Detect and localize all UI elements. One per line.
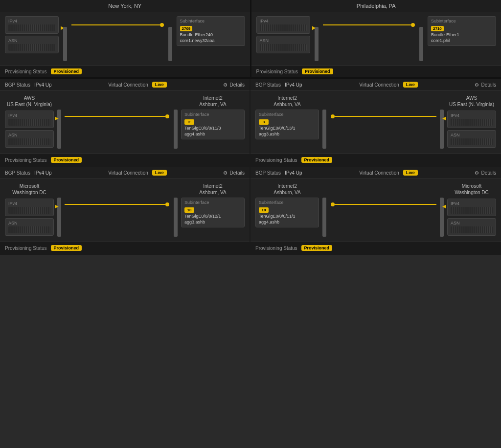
sub-box: Subinterface 2709 Bundle-Ether240 core1.… xyxy=(177,16,245,46)
location-label-right: Philadelphia, PA xyxy=(357,3,396,9)
ipv4-box-tr: IPv4 xyxy=(256,16,310,34)
panel-top-right: Philadelphia, PA IPv4 ASN ▶ xyxy=(251,0,501,77)
left-ep-top-right: IPv4 ASN ▶ xyxy=(256,16,310,55)
bgp-bar-ml: BGP Status IPv4 Up Virtual Connection Li… xyxy=(0,79,250,91)
panel-bot-left: BGP Status IPv4 Up Virtual Connection Li… xyxy=(0,167,250,254)
main-grid: New York, NY IPv4 ASN xyxy=(0,0,501,255)
pipe-left xyxy=(62,27,68,61)
bgp-bar-br: BGP Status IPv4 Up Virtual Connection Li… xyxy=(250,167,501,179)
details-btn-mr[interactable]: ⚙ Details xyxy=(475,82,496,88)
conn-line-ml xyxy=(65,116,165,117)
h-line-area xyxy=(71,16,164,27)
prov-badge-top-right: Provisioned xyxy=(302,68,333,74)
asn-box: ASN xyxy=(5,36,59,53)
iface2-row: core1.newy32aoa xyxy=(180,38,242,44)
subinterface-center: Subinterface 2709 Bundle-Ether240 core1.… xyxy=(177,16,245,46)
pipe-right xyxy=(167,27,174,61)
asn-box-tr: ASN xyxy=(256,36,310,53)
mid-row: BGP Status IPv4 Up Virtual Connection Li… xyxy=(0,79,501,167)
top-location-bar-right: Philadelphia, PA xyxy=(251,0,501,12)
ipv4-box: IPv4 xyxy=(5,16,59,34)
live-badge-mr: Live xyxy=(403,82,418,88)
prov-bar-br: Provisioning Status Provisioned xyxy=(250,242,501,254)
panel-bot-right: BGP Status IPv4 Up Virtual Connection Li… xyxy=(250,167,501,254)
msft-arrow-r: ▶ xyxy=(55,203,59,209)
pipe-tr-r xyxy=(418,27,425,61)
bgp-bar-mr: BGP Status IPv4 Up Virtual Connection Li… xyxy=(250,79,501,91)
vlan-row-tr: 2710 xyxy=(431,25,493,32)
live-badge-bl: Live xyxy=(152,170,167,176)
msft-left-ep: MicrosoftWashington DC IPv4 ▶ ASN xyxy=(5,183,54,238)
i2-center-ml: Internet2Ashburn, VA Subinterface 2 TenG… xyxy=(181,95,245,139)
details-btn-ml[interactable]: ⚙ Details xyxy=(223,82,245,88)
panel-mid-left: BGP Status IPv4 Up Virtual Connection Li… xyxy=(0,79,250,166)
top-location-bar-left: New York, NY xyxy=(0,0,250,12)
left-ep-top-left: IPv4 ASN ▶ xyxy=(5,16,59,55)
top-row: New York, NY IPv4 ASN xyxy=(0,0,501,79)
location-label-left: New York, NY xyxy=(108,3,141,9)
pipe-mr-1 xyxy=(321,110,328,149)
diagram-mr: Internet2Ashburn, VA Subinterface 3 TenG… xyxy=(250,91,501,154)
prov-bar-top-left: Provisioning Status Provisioned xyxy=(0,65,250,77)
msft-arrow-l: ◀ xyxy=(442,203,446,209)
live-badge-br: Live xyxy=(403,170,418,176)
h-line-area-tr xyxy=(323,16,415,27)
diagram-bl: MicrosoftWashington DC IPv4 ▶ ASN xyxy=(0,179,250,242)
diagram-top-right: IPv4 ASN ▶ xyxy=(251,12,501,65)
details-icon-mr: ⚙ xyxy=(475,82,479,88)
details-icon-bl: ⚙ xyxy=(223,170,228,176)
diagram-top-left: IPv4 ASN ▶ xyxy=(0,12,250,65)
aws-arrow-l: ◀ xyxy=(442,115,446,121)
iface1-row: Bundle-Ether240 xyxy=(180,32,242,38)
prov-bar-ml: Provisioning Status Provisioned xyxy=(0,154,250,166)
bgp-bar-bl: BGP Status IPv4 Up Virtual Connection Li… xyxy=(0,167,250,179)
pipe-ml-2 xyxy=(172,110,179,149)
i2-center-br: Internet2Ashburn, VA Subinterface 18 Ten… xyxy=(255,183,319,227)
details-icon-br: ⚙ xyxy=(475,170,479,176)
prov-bar-mr: Provisioning Status Provisioned xyxy=(250,154,501,166)
i2-center-bl: Internet2Ashburn, VA Subinterface 10 Ten… xyxy=(181,183,245,227)
prov-badge-top-left: Provisioned xyxy=(51,68,82,74)
live-badge-ml: Live xyxy=(152,82,167,88)
vlan-row: 2709 xyxy=(180,25,242,32)
aws-left-ep: AWSUS East (N. Virginia) IPv4 ▶ ASN xyxy=(5,95,54,150)
panel-mid-right: BGP Status IPv4 Up Virtual Connection Li… xyxy=(250,79,501,166)
prov-bar-top-right: Provisioning Status Provisioned xyxy=(251,65,501,77)
bot-row: BGP Status IPv4 Up Virtual Connection Li… xyxy=(0,167,501,255)
details-btn-bl[interactable]: ⚙ Details xyxy=(223,170,245,176)
prov-bar-bl: Provisioning Status Provisioned xyxy=(0,242,250,254)
details-icon-ml: ⚙ xyxy=(223,82,228,88)
msft-right-ep: MicrosoftWashington DC ◀ IPv4 ASN xyxy=(447,183,496,238)
i2-center-mr: Internet2Ashburn, VA Subinterface 3 TenG… xyxy=(255,95,319,139)
aws-right-ep: AWSUS East (N. Virginia) ◀ IPv4 ASN xyxy=(447,95,496,150)
panel-top-left: New York, NY IPv4 ASN xyxy=(0,0,251,77)
pipe-tr-l xyxy=(313,27,320,61)
details-btn-br[interactable]: ⚙ Details xyxy=(475,170,496,176)
diagram-br: Internet2Ashburn, VA Subinterface 18 Ten… xyxy=(250,179,501,242)
diagram-ml: AWSUS East (N. Virginia) IPv4 ▶ ASN xyxy=(0,91,250,154)
subinterface-tr: Subinterface 2710 Bundle-Ether1 core1.ph… xyxy=(428,16,496,46)
aws-arrow-r: ▶ xyxy=(55,115,59,121)
